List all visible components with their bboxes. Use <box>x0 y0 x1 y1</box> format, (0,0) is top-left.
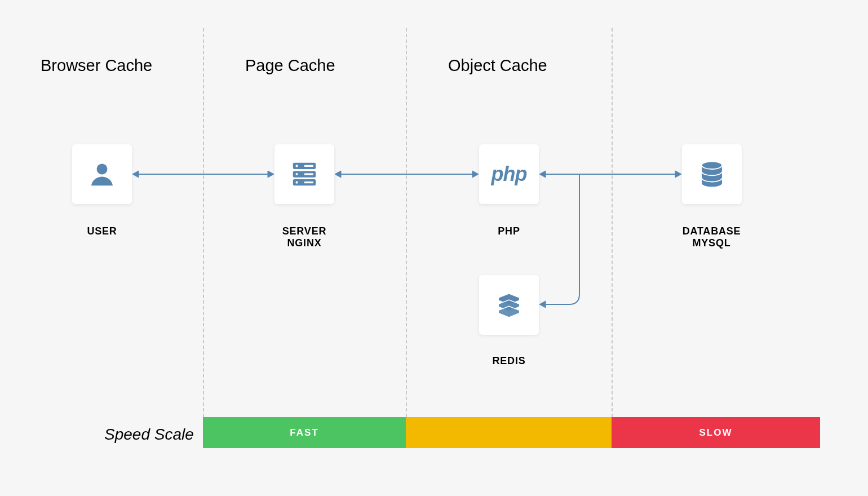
svg-marker-14 <box>268 171 274 178</box>
speed-bar-fast-label: FAST <box>290 427 318 439</box>
speed-scale-label: Speed Scale <box>104 426 194 444</box>
node-database <box>682 144 742 204</box>
arrow-php-redis <box>539 169 590 316</box>
section-title-browser: Browser Cache <box>41 56 152 75</box>
svg-marker-17 <box>472 171 479 178</box>
svg-marker-20 <box>675 171 681 178</box>
svg-marker-16 <box>335 171 341 178</box>
svg-point-5 <box>295 173 298 175</box>
arrow-user-server <box>132 169 274 179</box>
database-icon <box>697 159 727 189</box>
speed-bar-slow: SLOW <box>612 417 820 448</box>
node-server <box>274 144 334 204</box>
divider-3 <box>612 28 613 417</box>
php-icon: php <box>491 162 527 186</box>
divider-1 <box>203 28 204 417</box>
node-php: php <box>479 144 539 204</box>
node-database-label: DATABASE MYSQL <box>665 225 758 249</box>
svg-point-6 <box>295 181 298 184</box>
section-title-page: Page Cache <box>245 56 335 75</box>
node-user <box>72 144 132 204</box>
divider-2 <box>406 28 407 417</box>
speed-bar-medium <box>406 417 612 448</box>
svg-point-0 <box>97 164 108 175</box>
redis-icon <box>494 290 524 320</box>
svg-rect-7 <box>304 165 313 167</box>
svg-rect-9 <box>304 181 313 183</box>
node-redis-label: REDIS <box>479 355 539 367</box>
svg-marker-13 <box>132 171 139 178</box>
user-icon <box>87 159 117 189</box>
speed-bar-fast: FAST <box>203 417 406 448</box>
speed-bar-slow-label: SLOW <box>699 427 733 439</box>
node-server-label: SERVER NGINX <box>265 225 344 249</box>
svg-rect-8 <box>304 173 313 175</box>
node-php-label: PHP <box>479 225 539 237</box>
node-redis <box>479 275 539 335</box>
node-user-label: USER <box>72 225 132 237</box>
section-title-object: Object Cache <box>448 56 547 75</box>
arrow-server-php <box>334 169 479 179</box>
svg-point-4 <box>295 165 298 167</box>
svg-marker-21 <box>539 301 546 308</box>
server-icon <box>289 159 320 189</box>
